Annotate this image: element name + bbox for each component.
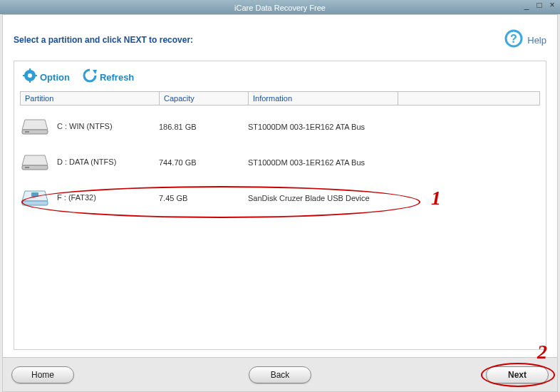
drive-list: C : WIN (NTFS)186.81 GBST1000DM 003-1ER1… [14, 105, 546, 349]
drive-info: SanDisk Cruzer Blade USB Device [248, 194, 370, 202]
toolbar: Option Refresh [14, 61, 546, 91]
refresh-label: Refresh [100, 72, 134, 83]
svg-rect-11 [25, 167, 29, 168]
drive-row[interactable]: C : WIN (NTFS)186.81 GBST1000DM 003-1ER1… [20, 108, 540, 144]
svg-rect-6 [23, 75, 26, 76]
svg-text:?: ? [510, 33, 517, 45]
instruction-text: Select a partition and click NEXT to rec… [14, 35, 193, 45]
col-partition[interactable]: Partition [21, 92, 160, 105]
home-label: Home [31, 370, 54, 380]
drive-capacity: 7.45 GB [159, 194, 187, 202]
close-icon[interactable]: × [549, 1, 556, 9]
svg-rect-7 [34, 75, 37, 76]
usb-drive-icon [20, 185, 50, 210]
drive-row[interactable]: D : DATA (NTFS)744.70 GBST1000DM 003-1ER… [20, 144, 540, 180]
svg-rect-5 [29, 80, 31, 83]
minimize-icon[interactable]: _ [523, 1, 530, 9]
drive-capacity: 186.81 GB [159, 123, 197, 131]
hdd-drive-icon [20, 150, 50, 174]
content-panel: Option Refresh Partition Capacity Inform… [14, 61, 546, 350]
svg-rect-12 [22, 201, 48, 205]
drive-info: ST1000DM 003-1ER162 ATA Bus [248, 123, 365, 131]
drive-name: F : (FAT32) [57, 193, 96, 202]
footer-bar: Home Back Next 2 [3, 357, 557, 391]
next-button[interactable]: Next [486, 366, 549, 383]
svg-rect-4 [29, 68, 31, 71]
option-label: Option [40, 72, 70, 83]
refresh-icon [83, 68, 97, 86]
refresh-button[interactable]: Refresh [83, 68, 134, 86]
option-button[interactable]: Option [23, 68, 70, 86]
maximize-icon[interactable]: □ [536, 1, 543, 9]
hdd-drive-icon [20, 114, 50, 138]
col-info[interactable]: Information [249, 92, 398, 105]
table-header: Partition Capacity Information [20, 91, 540, 105]
drive-info: ST1000DM 003-1ER162 ATA Bus [248, 158, 365, 167]
svg-rect-13 [31, 192, 38, 197]
col-spacer [398, 92, 539, 105]
col-capacity[interactable]: Capacity [160, 92, 249, 105]
instruction-row: Select a partition and click NEXT to rec… [14, 22, 546, 61]
gear-icon [23, 68, 37, 86]
title-bar: iCare Data Recovery Free _ □ × [0, 0, 560, 14]
next-label: Next [508, 370, 527, 380]
help-icon: ? [504, 29, 523, 51]
home-button[interactable]: Home [11, 366, 74, 383]
drive-row[interactable]: F : (FAT32)7.45 GBSanDisk Cruzer Blade U… [20, 180, 540, 215]
drive-capacity: 744.70 GB [159, 158, 197, 167]
main-area: Select a partition and click NEXT to rec… [2, 14, 558, 392]
window-title: iCare Data Recovery Free [234, 4, 326, 12]
help-button[interactable]: ? Help [504, 29, 546, 51]
drive-name: C : WIN (NTFS) [57, 122, 113, 130]
svg-point-3 [28, 73, 32, 78]
svg-rect-9 [25, 131, 29, 133]
back-button[interactable]: Back [249, 366, 311, 383]
window-controls: _ □ × [523, 1, 556, 9]
drive-name: D : DATA (NTFS) [57, 158, 116, 166]
help-label: Help [527, 35, 546, 46]
back-label: Back [271, 370, 290, 380]
